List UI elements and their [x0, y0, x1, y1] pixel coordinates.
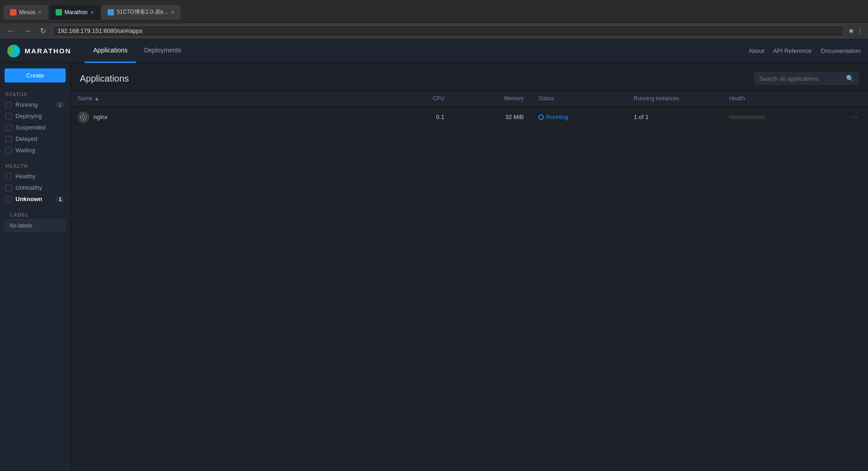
tab-other-label: 51CTO博客2.0-原e... [117, 8, 168, 16]
tab-other[interactable]: 51CTO博客2.0-原e... × [101, 5, 181, 20]
search-input[interactable] [759, 75, 846, 82]
td-running-instances: 1 of 1 [626, 107, 722, 128]
health-section-title: HEALTH [0, 161, 70, 171]
suspended-label: Suspended [16, 124, 46, 131]
th-memory[interactable]: Memory [452, 91, 531, 107]
delayed-label: Delayed [16, 135, 37, 142]
logo-icon [7, 45, 20, 57]
running-badge: 1 [56, 102, 65, 108]
browser-chrome: Mesos × Marathon × 51CTO博客2.0-原e... × [0, 0, 868, 23]
running-checkbox[interactable] [5, 102, 12, 108]
health-section: HEALTH Healthy Unhealthy Unknown 1 [0, 161, 70, 205]
more-actions-button[interactable]: ··· [848, 111, 861, 123]
nav-api-reference[interactable]: API Reference [773, 47, 812, 54]
running-label: Running [16, 101, 37, 108]
bookmark-icon[interactable]: ★ [848, 26, 854, 35]
create-button[interactable]: Create [5, 68, 66, 83]
search-box: 🔍 [754, 72, 859, 85]
search-icon: 🔍 [846, 75, 854, 82]
tab-marathon-label: Marathon [65, 9, 88, 16]
table-header: Name ▲ CPU Memory Status Running Instanc… [71, 91, 868, 107]
address-bar[interactable] [52, 25, 844, 37]
reload-button[interactable]: ↻ [37, 26, 49, 36]
other-favicon [108, 9, 114, 16]
th-running-instances[interactable]: Running Instances [626, 91, 722, 107]
tab-mesos[interactable]: Mesos × [4, 5, 48, 20]
table-body: nginx 0.1 32 MiB Running 1 of 1 [71, 107, 868, 128]
unhealthy-label: Unhealthy [16, 184, 42, 191]
table-row[interactable]: nginx 0.1 32 MiB Running 1 of 1 [71, 107, 868, 128]
mesos-favicon [10, 9, 16, 16]
unknown-label: Unknown [16, 196, 42, 202]
sidebar-item-unhealthy[interactable]: Unhealthy [0, 182, 70, 193]
nav-about[interactable]: About [749, 47, 764, 54]
main-content: Applications 🔍 Name ▲ CPU Memory Status [71, 63, 868, 471]
td-actions: ··· [841, 107, 868, 128]
sidebar-item-running[interactable]: Running 1 [0, 99, 70, 110]
status-section-title: STATUS [0, 90, 70, 99]
nav-link-applications[interactable]: Applications [85, 39, 136, 63]
no-labels-button[interactable]: No labels [5, 219, 66, 232]
th-status[interactable]: Status [531, 91, 626, 107]
waiting-label: Waiting [16, 147, 35, 154]
td-status: Running [531, 107, 626, 128]
back-button[interactable]: ← [5, 26, 17, 36]
nav-right: About API Reference Documentation [749, 47, 861, 54]
unhealthy-checkbox[interactable] [5, 185, 12, 191]
tab-marathon-close[interactable]: × [90, 9, 94, 16]
app-name[interactable]: nginx [93, 114, 108, 120]
healthy-label: Healthy [16, 173, 36, 180]
unknown-checkbox[interactable] [5, 196, 12, 202]
th-cpu[interactable]: CPU [388, 91, 451, 107]
deploying-label: Deploying [16, 113, 42, 119]
sidebar-item-deploying[interactable]: Deploying [0, 110, 70, 122]
deploying-checkbox[interactable] [5, 113, 12, 119]
tab-marathon[interactable]: Marathon × [49, 5, 101, 20]
svg-point-1 [82, 116, 85, 119]
unknown-badge: 1 [56, 196, 65, 202]
sidebar-item-suspended[interactable]: Suspended [0, 122, 70, 133]
content-header: Applications 🔍 [71, 63, 868, 91]
th-health[interactable]: Health [722, 91, 841, 107]
status-section: STATUS Running 1 Deploying Suspended Del… [0, 90, 70, 156]
nav-links: Applications Deployments [85, 39, 749, 63]
status-label: Running [546, 114, 568, 120]
sidebar-item-delayed[interactable]: Delayed [0, 133, 70, 145]
page-title: Applications [80, 73, 129, 84]
nav-link-deployments[interactable]: Deployments [136, 39, 190, 63]
health-bar [729, 115, 765, 119]
marathon-favicon [56, 9, 62, 16]
label-section: LABEL No labels [0, 210, 70, 232]
main-area: Create STATUS Running 1 Deploying Suspen… [0, 63, 868, 471]
menu-icon[interactable]: ⋮ [856, 26, 863, 35]
logo-text: MARATHON [25, 47, 71, 55]
logo-area: MARATHON [7, 45, 71, 57]
sidebar-item-unknown[interactable]: Unknown 1 [0, 193, 70, 205]
th-name[interactable]: Name ▲ [71, 91, 388, 107]
suspended-checkbox[interactable] [5, 124, 12, 131]
tab-mesos-label: Mesos [19, 9, 35, 16]
sidebar: Create STATUS Running 1 Deploying Suspen… [0, 63, 71, 471]
tab-other-close[interactable]: × [170, 9, 174, 16]
delayed-checkbox[interactable] [5, 136, 12, 142]
waiting-checkbox[interactable] [5, 147, 12, 154]
td-name: nginx [71, 107, 388, 128]
sidebar-item-healthy[interactable]: Healthy [0, 171, 70, 182]
browser-toolbar: ← → ↻ ★ ⋮ [0, 23, 868, 39]
app-icon [78, 112, 89, 123]
tab-bar: Mesos × Marathon × 51CTO博客2.0-原e... × [4, 3, 181, 20]
toolbar-icons: ★ ⋮ [848, 26, 863, 35]
status-dot [538, 114, 544, 120]
top-nav: MARATHON Applications Deployments About … [0, 39, 868, 63]
nav-documentation[interactable]: Documentation [821, 47, 861, 54]
forward-button[interactable]: → [21, 26, 34, 36]
label-section-title: LABEL [5, 210, 66, 219]
td-cpu: 0.1 [388, 107, 451, 128]
app: MARATHON Applications Deployments About … [0, 39, 868, 471]
sidebar-item-waiting[interactable]: Waiting [0, 145, 70, 156]
td-memory: 32 MiB [452, 107, 531, 128]
tab-mesos-close[interactable]: × [38, 9, 41, 16]
td-health [722, 107, 841, 128]
healthy-checkbox[interactable] [5, 173, 12, 180]
applications-table: Name ▲ CPU Memory Status Running Instanc… [71, 91, 868, 128]
